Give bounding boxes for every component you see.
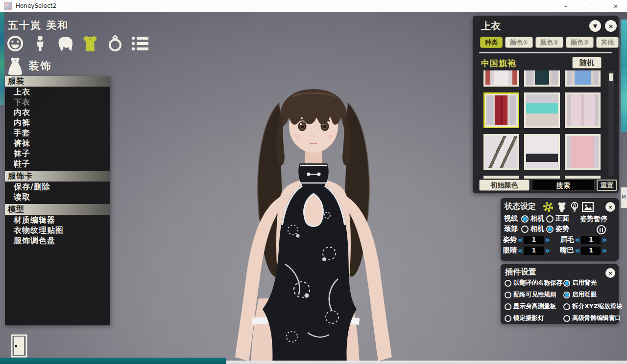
thumbnail-image [485, 70, 517, 85]
radio-button[interactable] [521, 226, 529, 233]
toggle-circle[interactable] [563, 280, 570, 287]
tab-type[interactable]: 种类 [480, 37, 503, 48]
clothes-icon[interactable] [81, 34, 99, 53]
panel-title: 状态设定 [505, 202, 536, 212]
image-icon[interactable] [581, 201, 594, 213]
sidebar-item[interactable]: 鞋子 [5, 159, 110, 169]
toggle-circle[interactable] [563, 292, 570, 298]
list-icon[interactable] [131, 34, 149, 53]
stepper-next-button[interactable]: » [545, 247, 550, 255]
stepper-prev-button[interactable]: « [518, 236, 523, 244]
close-panel-button[interactable]: × [605, 20, 617, 32]
stepper-2: 眼睛«1» [503, 246, 559, 255]
close-window-button[interactable]: × [604, 0, 627, 12]
taskbar-strip-teal [0, 358, 226, 364]
sidebar-item[interactable]: 保存/删除 [5, 182, 110, 192]
toggle-circle[interactable] [505, 315, 511, 322]
toggle-circle[interactable] [505, 292, 511, 298]
clothes-icon[interactable] [555, 201, 568, 213]
clothing-thumbnail[interactable] [524, 70, 560, 87]
row-label: 视线 [504, 214, 518, 223]
clothing-thumbnail[interactable] [565, 70, 601, 87]
toggle-circle[interactable] [505, 280, 511, 287]
radio-button[interactable] [546, 226, 554, 233]
plugin-option[interactable]: 拆分XYZ缩放滑块 [563, 302, 623, 311]
close-icon: × [608, 23, 614, 30]
clothing-thumbnail[interactable] [524, 92, 560, 128]
toggle-circle[interactable] [563, 315, 570, 322]
tab-color3[interactable]: 颜色③ [566, 37, 594, 48]
sidebar: 服装上衣下衣内衣内裤手套裤袜袜子鞋子服饰卡保存/删除读取模型材质编辑器衣物纹理贴… [5, 76, 110, 325]
close-panel-button[interactable]: × [605, 202, 615, 212]
minimize-button[interactable]: – [555, 0, 577, 12]
toggle-circle[interactable] [563, 303, 570, 310]
sidebar-item[interactable]: 手套 [5, 128, 110, 138]
scrollbar-track[interactable] [608, 71, 614, 176]
body-icon[interactable] [31, 34, 49, 53]
clothing-thumbnail[interactable] [524, 176, 560, 179]
tab-color2[interactable]: 颜色② [535, 37, 563, 48]
tab-color1[interactable]: 颜色① [505, 37, 533, 48]
radio-button[interactable] [546, 215, 554, 223]
chevron-down-icon: ▼ [593, 23, 597, 29]
initial-color-button[interactable]: 初始颜色 [479, 180, 530, 191]
clothing-thumbnail[interactable] [565, 92, 601, 128]
sidebar-item[interactable]: 袜子 [5, 148, 110, 159]
sidebar-item[interactable]: 服饰调色盘 [5, 235, 110, 246]
plugin-option-label: 以翻译的名称保存 [513, 279, 562, 287]
clothing-thumbnail[interactable] [565, 134, 601, 170]
radio-button[interactable] [521, 215, 529, 223]
face-icon[interactable] [6, 34, 24, 53]
maximize-button[interactable] [579, 0, 602, 12]
stepper-prev-button[interactable]: « [575, 236, 580, 244]
pause-icon[interactable] [597, 225, 606, 234]
clothing-thumbnail[interactable] [483, 92, 519, 128]
dress-icon [7, 57, 24, 75]
background-window-sliver-right [621, 20, 627, 132]
stepper-next-button[interactable]: » [602, 247, 607, 255]
clothing-thumbnail[interactable] [565, 176, 601, 179]
clothing-thumbnail[interactable] [483, 70, 519, 87]
sidebar-item[interactable]: 上衣 [5, 87, 110, 97]
close-icon: × [608, 204, 612, 210]
sidebar-item[interactable]: 读取 [5, 192, 110, 202]
gear-icon[interactable] [542, 201, 555, 213]
plugin-option[interactable]: 启用眨眼 [563, 291, 623, 299]
accessory-icon[interactable] [106, 34, 124, 53]
clothing-thumbnail[interactable] [483, 176, 519, 179]
plugin-option[interactable]: 锁定摄影灯 [505, 314, 563, 322]
collapse-panel-button[interactable]: ▼ [589, 20, 601, 32]
character-model [206, 68, 421, 364]
plugin-option-label: 启用眨眼 [572, 291, 597, 299]
stepper-prev-button[interactable]: « [518, 247, 523, 255]
sidebar-item[interactable]: 内衣 [5, 107, 110, 117]
clothing-thumbnail[interactable] [483, 134, 519, 170]
stepper-prev-button[interactable]: « [575, 247, 580, 255]
app-icon [4, 2, 12, 10]
sidebar-group-header: 服装 [5, 76, 110, 87]
tab-color4[interactable]: 其他 [596, 37, 619, 48]
sidebar-item[interactable]: 裤袜 [5, 138, 110, 148]
reset-button[interactable]: 重置 [597, 180, 617, 191]
plugin-option[interactable]: 配饰可见性规则 [505, 291, 563, 299]
hair-icon[interactable] [56, 34, 74, 53]
plugin-option[interactable]: 以翻译的名称保存 [505, 279, 563, 287]
sidebar-item[interactable]: 材质编辑器 [5, 215, 110, 225]
scrollbar-thumb[interactable] [609, 73, 613, 81]
sidebar-item[interactable]: 衣物纹理贴图 [5, 225, 110, 235]
plugin-option[interactable]: 显示身高测量板 [505, 302, 563, 311]
bulb-icon[interactable] [570, 201, 579, 213]
random-button[interactable]: 随机 [572, 57, 602, 68]
toggle-circle[interactable] [505, 303, 511, 310]
plugin-option[interactable]: 启用背光 [563, 279, 623, 287]
search-input[interactable] [532, 180, 595, 191]
exit-door-button[interactable] [10, 334, 28, 358]
sidebar-group-header: 服饰卡 [5, 171, 110, 182]
sidebar-item[interactable]: 下衣 [5, 97, 110, 107]
sidebar-item[interactable]: 内裤 [5, 117, 110, 128]
stepper-next-button[interactable]: » [545, 236, 550, 244]
clothing-thumbnail[interactable] [524, 134, 560, 170]
close-panel-button[interactable]: × [605, 268, 615, 278]
stepper-next-button[interactable]: » [602, 236, 607, 244]
plugin-option[interactable]: 高级骨骼编辑窗口 [563, 314, 623, 322]
